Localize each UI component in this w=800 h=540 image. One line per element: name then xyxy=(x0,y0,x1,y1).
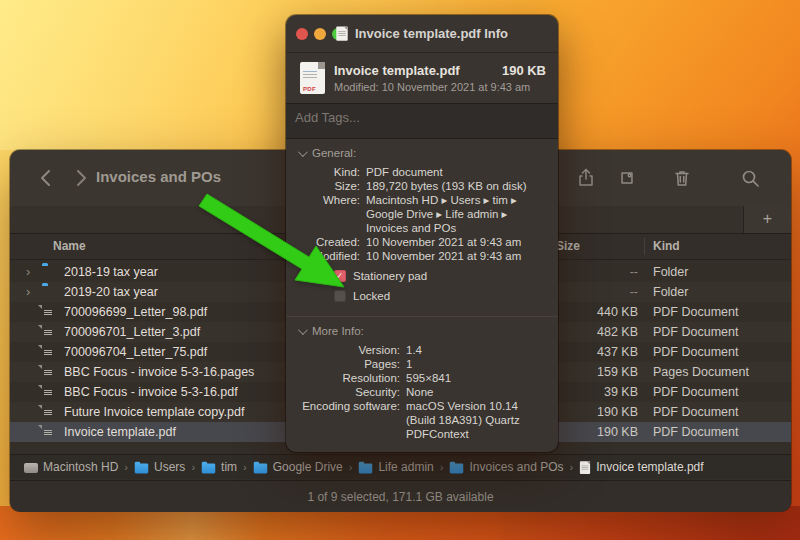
pages-value: 1 xyxy=(406,357,546,371)
file-kind: PDF Document xyxy=(653,322,738,342)
more-info-section: More Info: Version: 1.4 Pages: 1 Resolut… xyxy=(286,317,558,447)
back-icon xyxy=(40,169,51,187)
file-size: -- xyxy=(630,262,638,282)
file-name: 2019-20 tax year xyxy=(64,282,158,302)
column-header-name[interactable]: Name xyxy=(53,239,86,253)
search-button[interactable] xyxy=(738,166,762,190)
forward-icon xyxy=(76,169,87,187)
file-size: 190 KB xyxy=(597,422,638,442)
kind-label: Kind: xyxy=(298,165,360,179)
folder-icon xyxy=(135,463,149,473)
info-file-size: 190 KB xyxy=(502,63,546,78)
encoding-software-label: Encoding software: xyxy=(298,399,400,441)
file-size: 482 KB xyxy=(597,322,638,342)
path-item-invoices-and-pos[interactable]: Invoices and POs xyxy=(449,460,563,474)
security-value: None xyxy=(406,385,546,399)
trash-icon xyxy=(672,168,692,188)
status-bar: 1 of 9 selected, 171.1 GB available xyxy=(10,480,791,512)
info-file-name: Invoice template.pdf xyxy=(334,63,460,78)
close-button[interactable] xyxy=(296,28,308,40)
back-button[interactable] xyxy=(32,165,58,191)
path-separator: › xyxy=(440,461,444,473)
pdf-file-icon-large: PDF xyxy=(300,62,325,94)
get-info-panel: Invoice template.pdf Info PDF Invoice te… xyxy=(286,15,558,452)
tag-icon xyxy=(617,168,637,188)
share-icon xyxy=(576,168,596,188)
minimize-button[interactable] xyxy=(314,28,326,40)
share-button[interactable] xyxy=(574,166,598,190)
folder-icon xyxy=(253,463,267,473)
chevron-down-icon xyxy=(298,325,308,335)
chevron-down-icon xyxy=(298,147,308,157)
file-size: 440 KB xyxy=(597,302,638,322)
path-separator: › xyxy=(349,461,353,473)
path-separator: › xyxy=(191,461,195,473)
stationery-pad-row[interactable]: Stationery pad xyxy=(334,269,546,283)
file-size: 190 KB xyxy=(597,402,638,422)
pdf-badge: PDF xyxy=(303,86,316,92)
drive-icon xyxy=(24,463,38,473)
column-divider[interactable] xyxy=(644,238,645,255)
file-name: Future Invoice template copy.pdf xyxy=(64,402,244,422)
tag-button[interactable] xyxy=(615,166,639,190)
file-name: 2018-19 tax year xyxy=(64,262,158,282)
security-label: Security: xyxy=(298,385,400,399)
general-section-header[interactable]: General: xyxy=(298,147,546,159)
file-name: 700096704_Letter_75.pdf xyxy=(64,342,207,362)
more-info-section-header[interactable]: More Info: xyxy=(298,325,546,337)
disclosure-chevron-icon[interactable]: › xyxy=(26,262,38,282)
stationery-pad-checkbox[interactable] xyxy=(334,270,346,282)
trash-button[interactable] xyxy=(670,166,694,190)
column-header-kind[interactable]: Kind xyxy=(653,239,680,253)
encoding-software-value: macOS Version 10.14 (Build 18A391) Quart… xyxy=(406,399,546,441)
path-item-invoice-template-pdf[interactable]: Invoice template.pdf xyxy=(579,460,703,475)
disclosure-chevron-icon[interactable]: › xyxy=(26,282,38,302)
forward-button[interactable] xyxy=(68,165,94,191)
path-item-tim[interactable]: tim xyxy=(201,460,237,474)
modified-value: 10 November 2021 at 9:43 am xyxy=(366,249,546,263)
kind-value: PDF document xyxy=(366,165,546,179)
file-name: 700096699_Letter_98.pdf xyxy=(64,302,207,322)
file-kind: PDF Document xyxy=(653,422,738,442)
pages-label: Pages: xyxy=(298,357,400,371)
add-tab-button[interactable]: + xyxy=(743,206,791,233)
file-size: -- xyxy=(630,282,638,302)
folder-icon xyxy=(202,463,216,473)
size-label: Size: xyxy=(298,179,360,193)
status-text: 1 of 9 selected, 171.1 GB available xyxy=(307,490,493,504)
file-kind: PDF Document xyxy=(653,302,738,322)
path-item-macintosh-hd[interactable]: Macintosh HD xyxy=(24,460,118,474)
info-window-title: Invoice template.pdf Info xyxy=(355,26,508,41)
file-size: 437 KB xyxy=(597,342,638,362)
path-bar: Macintosh HD › Users › tim › Google Driv… xyxy=(10,454,791,479)
info-file-header: PDF Invoice template.pdf 190 KB Modified… xyxy=(286,53,558,101)
file-kind: Folder xyxy=(653,282,688,302)
folder-icon xyxy=(359,463,373,473)
path-separator: › xyxy=(570,461,574,473)
file-name: 700096701_Letter_3.pdf xyxy=(64,322,200,342)
locked-label: Locked xyxy=(353,289,390,303)
locked-row[interactable]: Locked xyxy=(334,289,546,303)
file-kind: PDF Document xyxy=(653,382,738,402)
where-value: Macintosh HD ▸ Users ▸ tim ▸ Google Driv… xyxy=(366,193,546,235)
file-name: BBC Focus - invoice 5-3-16.pages xyxy=(64,362,254,382)
resolution-value: 595×841 xyxy=(406,371,546,385)
file-kind: PDF Document xyxy=(653,402,738,422)
info-modified-line: Modified: 10 November 2021 at 9:43 am xyxy=(334,81,530,93)
tags-input[interactable]: Add Tags... xyxy=(286,103,558,139)
created-value: 10 November 2021 at 9:43 am xyxy=(366,235,546,249)
general-section: General: Kind: PDF document Size: 189,72… xyxy=(286,139,558,309)
folder-icon xyxy=(450,463,464,473)
size-value: 189,720 bytes (193 KB on disk) xyxy=(366,179,546,193)
version-label: Version: xyxy=(298,343,400,357)
file-name: Invoice template.pdf xyxy=(64,422,176,442)
path-separator: › xyxy=(243,461,247,473)
locked-checkbox[interactable] xyxy=(334,290,346,302)
info-title-bar[interactable]: Invoice template.pdf Info xyxy=(286,15,558,53)
column-header-size[interactable]: Size xyxy=(556,239,580,253)
resolution-label: Resolution: xyxy=(298,371,400,385)
path-item-users[interactable]: Users xyxy=(134,460,185,474)
file-size: 39 KB xyxy=(604,382,638,402)
path-item-google-drive[interactable]: Google Drive xyxy=(253,460,343,474)
path-item-life-admin[interactable]: Life admin xyxy=(358,460,433,474)
